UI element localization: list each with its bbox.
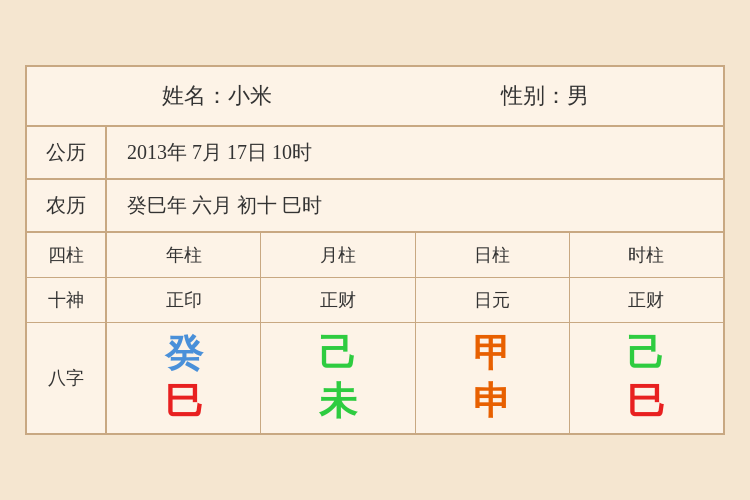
bazi-bottom-1: 未 bbox=[319, 381, 357, 423]
lunar-row: 农历 癸巳年 六月 初十 巳时 bbox=[27, 180, 723, 233]
shishen-0: 正印 bbox=[107, 278, 261, 322]
bazi-col-0: 癸 巳 bbox=[107, 323, 261, 433]
column-headers: 四柱 年柱 月柱 日柱 时柱 bbox=[27, 233, 723, 278]
header-row: 姓名：小米 性别：男 bbox=[27, 67, 723, 127]
name-label: 姓名：小米 bbox=[162, 81, 272, 111]
shishen-2: 日元 bbox=[416, 278, 570, 322]
bazi-top-2: 甲 bbox=[473, 333, 511, 375]
bazi-label: 八字 bbox=[27, 323, 107, 433]
bazi-col-1: 己 未 bbox=[261, 323, 415, 433]
gregorian-value: 2013年 7月 17日 10时 bbox=[107, 127, 723, 178]
bazi-top-3: 己 bbox=[627, 333, 665, 375]
lunar-value: 癸巳年 六月 初十 巳时 bbox=[107, 180, 723, 231]
col-header-3: 时柱 bbox=[570, 233, 723, 277]
gregorian-row: 公历 2013年 7月 17日 10时 bbox=[27, 127, 723, 180]
gender-label: 性别：男 bbox=[501, 81, 589, 111]
bazi-bottom-0: 巳 bbox=[165, 381, 203, 423]
shishen-1: 正财 bbox=[261, 278, 415, 322]
bazi-row: 八字 癸 巳 己 未 甲 申 己 巳 bbox=[27, 323, 723, 433]
col-header-2: 日柱 bbox=[416, 233, 570, 277]
main-container: 姓名：小米 性别：男 公历 2013年 7月 17日 10时 农历 癸巳年 六月… bbox=[25, 65, 725, 435]
col-header-1: 月柱 bbox=[261, 233, 415, 277]
bazi-col-3: 己 巳 bbox=[570, 323, 723, 433]
bazi-col-2: 甲 申 bbox=[416, 323, 570, 433]
bazi-top-0: 癸 bbox=[165, 333, 203, 375]
bazi-bottom-3: 巳 bbox=[627, 381, 665, 423]
lunar-label: 农历 bbox=[27, 180, 107, 231]
sizhu-header: 四柱 bbox=[27, 233, 107, 277]
gregorian-label: 公历 bbox=[27, 127, 107, 178]
shishen-row: 十神 正印 正财 日元 正财 bbox=[27, 278, 723, 323]
bazi-bottom-2: 申 bbox=[473, 381, 511, 423]
shishen-label: 十神 bbox=[27, 278, 107, 322]
bazi-top-1: 己 bbox=[319, 333, 357, 375]
shishen-3: 正财 bbox=[570, 278, 723, 322]
col-header-0: 年柱 bbox=[107, 233, 261, 277]
